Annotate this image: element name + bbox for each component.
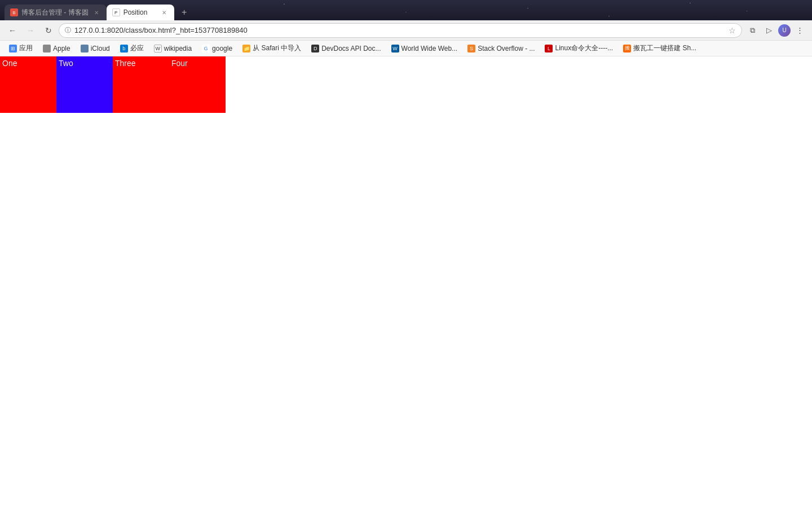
tab-strip: B 博客后台管理 - 博客圆 ✕ P Position ✕ +: [5, 0, 192, 20]
box-three: Three: [113, 56, 169, 113]
new-tab-button[interactable]: +: [176, 5, 192, 20]
back-button[interactable]: ←: [5, 23, 20, 38]
shovel-icon: 搬: [623, 45, 631, 52]
bookmark-devdocs-label: DevDocs API Doc...: [321, 45, 381, 52]
stackoverflow-icon: S: [467, 45, 475, 52]
bookmark-apple-label: Apple: [53, 45, 70, 52]
extensions-button[interactable]: ⧉: [744, 23, 760, 38]
bookmark-stackoverflow[interactable]: S Stack Overflow - ...: [463, 43, 539, 54]
bookmark-wikipedia-label: wikipedia: [164, 45, 192, 52]
wikipedia-icon: W: [154, 45, 162, 52]
devdocs-icon: D: [311, 45, 319, 52]
google-icon: G: [202, 45, 210, 52]
bing-icon: b: [120, 45, 128, 52]
tab-label-position: Position: [123, 8, 156, 16]
apple-icon: [43, 45, 51, 52]
bookmark-bidu[interactable]: b 必应: [116, 42, 148, 54]
bookmark-icloud-label: iCloud: [91, 45, 110, 52]
nav-right-controls: ⧉ ▷ U ⋮: [744, 23, 807, 38]
nav-bar: ← → ↻ ⓘ 127.0.0.1:8020/class/box.html?_h…: [0, 20, 812, 41]
bookmark-safari-import[interactable]: 📁 从 Safari 中导入: [238, 42, 306, 54]
bookmark-icloud[interactable]: iCloud: [76, 43, 114, 54]
bookmark-google-label: google: [212, 45, 232, 52]
page-content: OneTwoThreeFour: [0, 56, 812, 508]
bookmark-devdocs[interactable]: D DevDocs API Doc...: [307, 43, 385, 54]
linux-icon: L: [545, 45, 553, 52]
tab-favicon-pos: P: [112, 8, 120, 16]
box-two: Two: [56, 56, 113, 113]
tab-favicon-blog: B: [10, 8, 18, 16]
bookmark-google[interactable]: G google: [197, 43, 237, 54]
tab-close-position[interactable]: ✕: [160, 8, 169, 17]
bookmark-linux-label: Linux命令大全----...: [555, 43, 613, 53]
bookmark-bidu-label: 必应: [130, 43, 144, 53]
lock-icon: ⓘ: [65, 26, 71, 34]
address-text: 127.0.0.1:8020/class/box.html?_hbt=15377…: [74, 26, 725, 34]
bookmark-apps[interactable]: ⊞ 应用: [5, 42, 37, 54]
menu-button[interactable]: ⋮: [792, 23, 807, 38]
bookmark-apps-label: 应用: [19, 43, 33, 53]
bookmark-shovel-label: 搬瓦工一键搭建 Sh...: [633, 43, 696, 53]
bookmark-safari-label: 从 Safari 中导入: [253, 43, 301, 53]
forward-button[interactable]: →: [23, 23, 38, 38]
bookmarks-bar: ⊞ 应用 Apple iCloud b 必应 W wikipedia G goo…: [0, 41, 812, 56]
reload-button[interactable]: ↻: [41, 23, 56, 38]
cast-button[interactable]: ▷: [761, 23, 777, 38]
icloud-icon: [81, 45, 89, 52]
bookmark-w3c[interactable]: W World Wide Web...: [387, 43, 462, 54]
boxes-container: OneTwoThreeFour: [0, 56, 812, 113]
tab-close-blog[interactable]: ✕: [92, 8, 101, 17]
profile-avatar[interactable]: U: [778, 24, 791, 37]
box-four: Four: [169, 56, 226, 113]
tab-position[interactable]: P Position ✕: [107, 5, 174, 20]
folder-icon: 📁: [242, 45, 250, 52]
bookmark-star-icon[interactable]: ☆: [729, 26, 736, 35]
bookmark-wikipedia[interactable]: W wikipedia: [149, 43, 196, 54]
tab-blog[interactable]: B 博客后台管理 - 博客圆 ✕: [5, 5, 107, 20]
tab-label-blog: 博客后台管理 - 博客圆: [21, 8, 89, 17]
apps-icon: ⊞: [9, 45, 17, 52]
box-one: One: [0, 56, 56, 113]
bookmark-apple[interactable]: Apple: [38, 43, 75, 54]
bookmark-linux[interactable]: L Linux命令大全----...: [540, 42, 617, 54]
browser-window: B 博客后台管理 - 博客圆 ✕ P Position ✕ + ← → ↻ ⓘ …: [0, 0, 812, 508]
address-bar[interactable]: ⓘ 127.0.0.1:8020/class/box.html?_hbt=153…: [59, 23, 742, 38]
bookmark-shovel[interactable]: 搬 搬瓦工一键搭建 Sh...: [619, 42, 701, 54]
bookmark-stackoverflow-label: Stack Overflow - ...: [478, 45, 535, 52]
bookmark-w3c-label: World Wide Web...: [401, 45, 458, 52]
title-bar: B 博客后台管理 - 博客圆 ✕ P Position ✕ +: [0, 0, 812, 20]
w3c-icon: W: [391, 45, 399, 52]
